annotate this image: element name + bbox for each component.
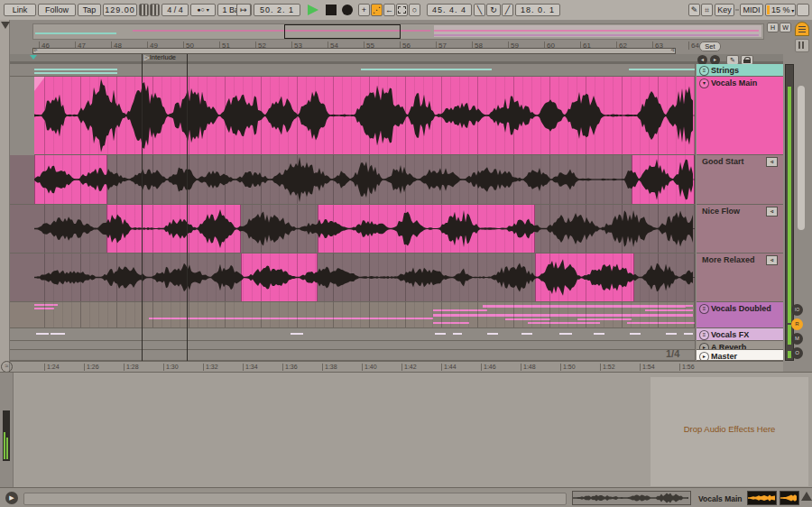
time-label: 1:46 bbox=[481, 364, 496, 371]
time-signature-field[interactable]: 4 / 4 bbox=[161, 4, 189, 16]
cpu-load-meter[interactable]: 15 % ▾ bbox=[765, 4, 796, 16]
drop-zone-text: Drop Audio Effects Here bbox=[651, 424, 808, 434]
arrangement-scrollbar[interactable] bbox=[798, 86, 805, 230]
track-header-vocals_doubled[interactable]: ≡Vocals Doubled bbox=[697, 302, 783, 328]
track-header-master[interactable]: ▸Master bbox=[697, 350, 783, 361]
track-headers: ≡Strings▾Vocals MainGood Start◃Nice Flow… bbox=[0, 64, 812, 361]
overview-view-rectangle[interactable] bbox=[284, 24, 401, 39]
clip-overview-thumbnail[interactable] bbox=[572, 491, 691, 505]
punch-in-button[interactable]: ╲ bbox=[474, 4, 485, 16]
device-drop-zone[interactable]: Drop Audio Effects Here bbox=[651, 377, 808, 486]
doubled-meter-fill bbox=[788, 325, 791, 345]
punch-out-button[interactable]: ╱ bbox=[502, 4, 513, 16]
track-name: Vocals Doubled bbox=[711, 304, 771, 313]
time-label: 1:52 bbox=[600, 364, 615, 371]
time-label: 1:54 bbox=[640, 364, 655, 371]
track-header-vocals_fx[interactable]: ≡Vocals FX bbox=[697, 328, 783, 341]
optimize-width-button[interactable]: W bbox=[780, 23, 791, 32]
fold-track-icon[interactable]: ▾ bbox=[699, 78, 709, 88]
chain-meter bbox=[3, 410, 10, 461]
track-name: Vocals Main bbox=[711, 78, 757, 88]
track-header-a_reverb[interactable]: ▸A Reverb bbox=[697, 341, 783, 350]
automation-arm-button[interactable]: ⋰ bbox=[371, 4, 383, 16]
time-label: 1:28 bbox=[124, 364, 139, 371]
locator-interlude[interactable]: ▷Interlude bbox=[144, 54, 176, 61]
session-record-button[interactable]: ○ bbox=[409, 4, 420, 16]
time-label: 1:32 bbox=[203, 364, 218, 371]
time-label: 1:24 bbox=[44, 364, 60, 371]
take-lane-audition-icon[interactable]: ◃ bbox=[766, 255, 778, 265]
take-lane-name: More Relaxed bbox=[702, 255, 755, 264]
follow-playhead-button[interactable]: ↦ bbox=[236, 4, 251, 16]
take-lane-audition-icon[interactable]: ◃ bbox=[766, 207, 778, 217]
time-label: 1:50 bbox=[560, 364, 576, 371]
show-delays-toggle[interactable]: O bbox=[791, 347, 803, 359]
take-lane-header[interactable]: More Relaxed◃ bbox=[697, 254, 783, 302]
fold-track-icon[interactable]: ≡ bbox=[699, 66, 709, 76]
fold-track-icon[interactable]: ▸ bbox=[699, 343, 709, 350]
browser-toggle-icon[interactable] bbox=[795, 22, 809, 36]
midi-overdub-button[interactable]: + bbox=[358, 4, 370, 16]
loop-button[interactable]: ↻ bbox=[486, 4, 501, 16]
status-bar: ▶ Vocals Main bbox=[0, 487, 812, 507]
show-hide-detail-icon[interactable]: ▶ bbox=[5, 492, 18, 504]
time-label: 1:44 bbox=[441, 364, 457, 371]
midi-map-button[interactable]: MIDI bbox=[740, 4, 763, 16]
play-button[interactable] bbox=[308, 5, 318, 15]
time-label: 1:38 bbox=[322, 364, 337, 371]
keymap-divider bbox=[735, 9, 739, 11]
loop-start-field[interactable]: 45. 4. 4 bbox=[427, 4, 472, 16]
device-thumbnail-eq[interactable] bbox=[780, 491, 799, 505]
take-lane-header[interactable]: Good Start◃ bbox=[697, 155, 783, 205]
take-lane-header[interactable]: Nice Flow◃ bbox=[697, 205, 783, 254]
device-thumbnail-reverb[interactable] bbox=[747, 491, 777, 505]
tap-tempo-button[interactable]: Tap bbox=[78, 4, 101, 16]
track-header-vocals_main[interactable]: ▾Vocals Main bbox=[697, 77, 783, 155]
expand-device-view-icon[interactable] bbox=[801, 492, 812, 501]
meter-column bbox=[785, 64, 794, 361]
status-hint-field bbox=[23, 493, 567, 505]
take-lane-name: Nice Flow bbox=[702, 207, 740, 216]
fold-track-icon[interactable]: ▸ bbox=[699, 352, 709, 361]
time-label: 1:26 bbox=[84, 364, 99, 371]
time-label: 1:30 bbox=[163, 364, 179, 371]
link-button[interactable]: Link bbox=[4, 4, 36, 16]
set-locator-button[interactable]: Set bbox=[699, 41, 721, 51]
fold-all-triangle-icon[interactable] bbox=[1, 22, 10, 29]
locator-row[interactable]: ▷Interlude bbox=[10, 54, 783, 64]
mixer-toggle-icon[interactable] bbox=[795, 39, 809, 52]
ableton-live-window: Link Follow Tap 129.00 4 / 4 ●○ ▾ 1 Bar … bbox=[0, 0, 812, 507]
stop-button[interactable] bbox=[326, 5, 337, 15]
tempo-field[interactable]: 129.00 bbox=[103, 4, 137, 16]
track-name: Vocals FX bbox=[711, 330, 749, 339]
grid-value-label: 1/4 bbox=[666, 348, 679, 359]
nudge-up-button[interactable] bbox=[150, 4, 160, 16]
fold-track-icon[interactable]: ≡ bbox=[699, 330, 709, 340]
show-mixer-toggle[interactable]: M bbox=[791, 333, 803, 345]
time-label: 1:42 bbox=[401, 364, 417, 371]
reenable-automation-button[interactable]: ← bbox=[383, 4, 395, 16]
loop-length-field[interactable]: 18. 0. 1 bbox=[515, 4, 560, 16]
selection-marker-line bbox=[142, 54, 143, 361]
metronome-button[interactable]: ●○ ▾ bbox=[190, 4, 216, 16]
arrangement-position-field[interactable]: 50. 2. 1 bbox=[254, 4, 300, 16]
draw-mode-button[interactable]: ✎ bbox=[688, 4, 700, 16]
insert-marker-icon bbox=[30, 55, 37, 60]
follow-button[interactable]: Follow bbox=[38, 4, 76, 16]
fold-track-icon[interactable]: ≡ bbox=[699, 304, 709, 314]
vocals-meter-fill bbox=[788, 87, 791, 323]
time-label: 1:48 bbox=[521, 364, 536, 371]
capture-midi-button[interactable] bbox=[396, 4, 408, 16]
optimize-height-button[interactable]: H bbox=[767, 23, 779, 32]
track-header-strings[interactable]: ≡Strings bbox=[697, 64, 783, 77]
arrangement-overview[interactable] bbox=[32, 23, 764, 40]
computer-midi-keyboard-button[interactable]: ⌗ bbox=[701, 4, 713, 16]
arrangement-loop-brace[interactable]: ▹ ◃ bbox=[32, 48, 676, 54]
device-left-rail bbox=[0, 373, 14, 488]
show-returns-toggle[interactable]: R bbox=[791, 318, 803, 330]
record-button[interactable] bbox=[342, 5, 353, 15]
show-io-toggle[interactable]: IO bbox=[791, 304, 803, 316]
take-lane-audition-icon[interactable]: ◃ bbox=[766, 157, 778, 167]
nudge-down-button[interactable] bbox=[139, 4, 149, 16]
key-map-button[interactable]: Key bbox=[715, 4, 734, 16]
